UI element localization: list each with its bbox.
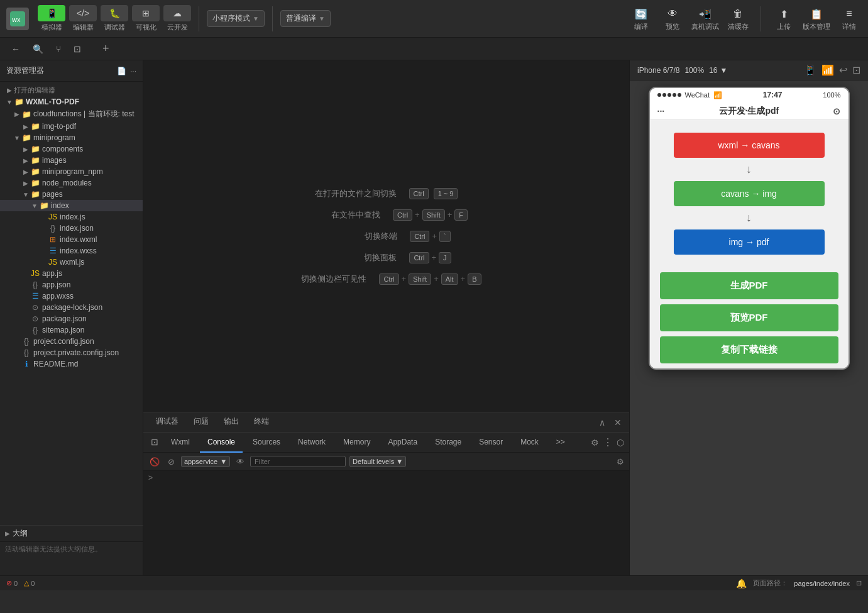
- separator3: [761, 6, 761, 31]
- phone-model-select[interactable]: iPhone 6/7/8 100% 16 ▼: [637, 66, 727, 75]
- subtab-wxml[interactable]: Wxml: [163, 433, 197, 453]
- phone-nav-back[interactable]: ···: [657, 106, 665, 116]
- tree-app-json[interactable]: {} app.json: [0, 279, 143, 290]
- compile-btn[interactable]: 🔄 编译: [629, 6, 654, 31]
- phone-header: iPhone 6/7/8 100% 16 ▼ 📱 📶 ↩ ⊡: [630, 60, 868, 80]
- debug-service-select[interactable]: appservice ▼: [181, 456, 230, 467]
- upload-btn[interactable]: ⬆ 上传: [771, 6, 796, 31]
- simulator-btn[interactable]: 📱 模拟器: [38, 5, 65, 32]
- debug-close-icon[interactable]: ✕: [612, 416, 624, 429]
- recent-editors-header[interactable]: ▶ 打开的编辑器: [0, 84, 143, 96]
- debug-clear-btn[interactable]: 🚫: [148, 455, 161, 468]
- split-btn[interactable]: ⊡: [69, 41, 86, 57]
- subtab-network[interactable]: Network: [290, 433, 333, 453]
- more-icon[interactable]: ···: [130, 67, 136, 75]
- debug-more-icon[interactable]: ⋮: [603, 436, 613, 448]
- sidebar-header: 资源管理器 📄 ···: [0, 60, 143, 82]
- back-btn[interactable]: ←: [6, 41, 25, 57]
- phone-generate-btn[interactable]: 生成PDF: [660, 272, 838, 299]
- wifi-signal-icon: 📶: [713, 91, 722, 99]
- tree-app-js[interactable]: JS app.js: [0, 268, 143, 279]
- compile-mode-dropdown[interactable]: 普通编译 ▼: [280, 10, 331, 27]
- real-machine-btn[interactable]: 📲 真机调试: [691, 6, 719, 31]
- tree-readme-md[interactable]: ℹ README.md: [0, 358, 143, 370]
- search-btn[interactable]: 🔍: [28, 41, 48, 57]
- phone-fullscreen-icon[interactable]: ⊡: [852, 64, 860, 76]
- tree-index-json[interactable]: {} index.json: [0, 223, 143, 234]
- cloud-btn[interactable]: ☁ 云开发: [163, 5, 191, 32]
- tree-images[interactable]: ▶ 📁 images: [0, 155, 143, 166]
- tab-issues[interactable]: 问题: [186, 412, 216, 433]
- subtab-storage[interactable]: Storage: [427, 433, 469, 453]
- tree-img-to-pdf[interactable]: ▶ 📁 img-to-pdf: [0, 121, 143, 132]
- phone-reload-icon[interactable]: ↩: [839, 64, 847, 76]
- detail-btn[interactable]: ≡ 详情: [837, 6, 862, 31]
- tab-debugger[interactable]: 调试器: [148, 412, 186, 433]
- phone-status-bar: WeChat 📶 17:47 100%: [650, 88, 849, 102]
- tree-node-modules[interactable]: ▶ 📁 node_modules: [0, 177, 143, 189]
- phone-copy-btn[interactable]: 复制下载链接: [660, 336, 838, 363]
- clean-cache-btn[interactable]: 🗑 清缓存: [725, 6, 750, 31]
- tree-index-js[interactable]: JS index.js: [0, 211, 143, 223]
- hint-find-in-file: 在文件中查找 Ctrl + Shift + F: [305, 209, 468, 221]
- subtab-mock[interactable]: Mock: [513, 433, 546, 453]
- phone-signal: [657, 93, 681, 97]
- tree-components[interactable]: ▶ 📁 components: [0, 143, 143, 155]
- tab-output[interactable]: 输出: [216, 412, 246, 433]
- subtab-more[interactable]: >>: [549, 433, 573, 453]
- phone-rotate-icon[interactable]: 📱: [804, 64, 816, 76]
- status-bar: ⊘ 0 △ 0 🔔 页面路径： pages/index/index ⊡: [0, 575, 868, 590]
- version-btn[interactable]: 📋 版本管理: [803, 6, 830, 31]
- phone-wifi-icon[interactable]: 📶: [821, 64, 834, 76]
- tab-terminal[interactable]: 终端: [246, 412, 277, 433]
- phone-btn-img[interactable]: img → pdf: [674, 229, 825, 255]
- tree-miniprogram[interactable]: ▼ 📁 miniprogram: [0, 132, 143, 143]
- visualize-btn[interactable]: ⊞ 可视化: [132, 5, 160, 32]
- debugger-btn[interactable]: 🐛 调试器: [101, 5, 128, 32]
- debug-settings-icon[interactable]: ⚙: [591, 438, 599, 448]
- debug-filter-input[interactable]: [250, 456, 346, 467]
- tree-package-lock-json[interactable]: ⊙ package-lock.json: [0, 302, 143, 313]
- source-control-btn[interactable]: ⑂: [51, 41, 66, 57]
- tree-project-config-json[interactable]: {} project.config.json: [0, 336, 143, 347]
- phone-btn-wxml[interactable]: wxml → cavans: [674, 133, 825, 158]
- debug-popout-icon[interactable]: ⬡: [617, 438, 624, 448]
- debug-pause-btn[interactable]: ⊘: [165, 455, 177, 468]
- tree-index-wxml[interactable]: ⊞ index.wxml: [0, 234, 143, 245]
- phone-preview-btn[interactable]: 预览PDF: [660, 304, 838, 331]
- project-root[interactable]: ▼ 📁 WXML-TO-PDF: [0, 96, 143, 108]
- tree-package-json[interactable]: ⊙ package.json: [0, 313, 143, 324]
- tree-pages[interactable]: ▼ 📁 pages: [0, 189, 143, 200]
- phone-status-left: WeChat 📶: [657, 91, 723, 99]
- tree-sitemap-json[interactable]: {} sitemap.json: [0, 324, 143, 336]
- debug-expand-icon[interactable]: ∧: [596, 416, 608, 429]
- tree-index-wxss[interactable]: ☰ index.wxss: [0, 245, 143, 257]
- subtab-appdata[interactable]: AppData: [380, 433, 425, 453]
- debug-level-select[interactable]: Default levels ▼: [349, 456, 406, 467]
- tree-project-private-json[interactable]: {} project.private.config.json: [0, 347, 143, 358]
- phone-content: wxml → cavans ↓ cavans → img ↓ img → pdf: [650, 120, 849, 267]
- tree-miniprogram-npm[interactable]: ▶ 📁 miniprogram_npm: [0, 166, 143, 177]
- subtab-memory[interactable]: Memory: [336, 433, 378, 453]
- error-icon: ⊘: [6, 579, 12, 587]
- debug-console: >: [143, 471, 629, 575]
- debug-eye-btn[interactable]: 👁: [234, 455, 246, 468]
- subtab-selector[interactable]: ⊡: [148, 433, 161, 453]
- phone-btn-cavans[interactable]: cavans → img: [674, 181, 825, 206]
- page-path-link-icon[interactable]: ⊡: [856, 579, 862, 587]
- subtab-sources[interactable]: Sources: [245, 433, 288, 453]
- editor-btn[interactable]: </> 编辑器: [69, 5, 97, 32]
- tree-cloudfunctions[interactable]: ▶ 📁 cloudfunctions | 当前环境: test: [0, 108, 143, 121]
- add-file-btn[interactable]: +: [97, 40, 114, 58]
- new-file-icon[interactable]: 📄: [117, 67, 126, 75]
- phone-camera-icon[interactable]: ⊙: [833, 106, 840, 116]
- subtab-sensor[interactable]: Sensor: [471, 433, 510, 453]
- tree-app-wxss[interactable]: ☰ app.wxss: [0, 290, 143, 302]
- preview-btn[interactable]: 👁 预览: [660, 6, 685, 31]
- mode-dropdown[interactable]: 小程序模式 ▼: [207, 10, 265, 27]
- editor-hint: 在打开的文件之间切换 Ctrl 1 ~ 9 在文件中查找 Ctrl + Shif…: [291, 188, 481, 285]
- subtab-console[interactable]: Console: [200, 433, 243, 453]
- debug-settings-btn[interactable]: ⚙: [617, 457, 624, 467]
- tree-index-folder[interactable]: ▼ 📁 index: [0, 200, 143, 211]
- tree-wxml-js[interactable]: JS wxml.js: [0, 257, 143, 268]
